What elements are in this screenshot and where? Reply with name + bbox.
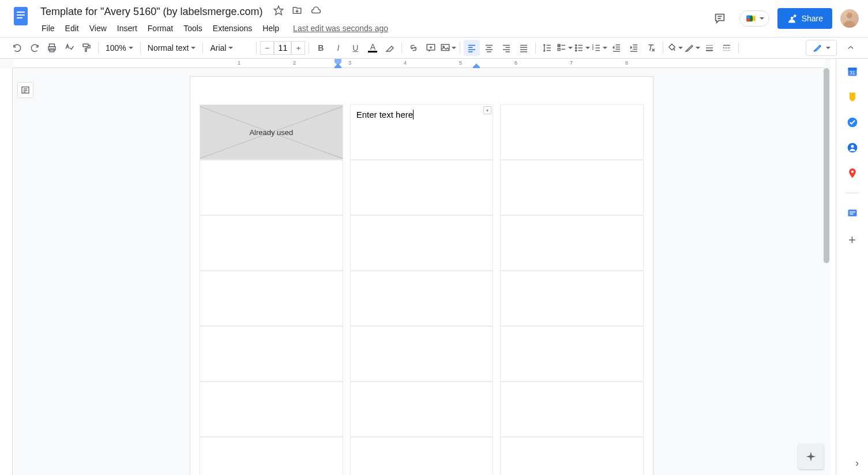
label-cell[interactable] (200, 271, 343, 326)
document-page[interactable]: Already used Enter text here ▾ (190, 76, 653, 475)
undo-button[interactable] (9, 40, 25, 56)
chevron-down-icon (228, 47, 233, 49)
font-select[interactable]: Arial (206, 40, 253, 56)
align-justify-button[interactable] (516, 40, 532, 56)
align-center-button[interactable] (481, 40, 497, 56)
menu-insert[interactable]: Insert (112, 21, 142, 35)
text-color-button[interactable]: A (365, 40, 381, 56)
fontsize-increase[interactable]: + (291, 41, 305, 55)
tasks-icon[interactable] (847, 117, 858, 128)
bold-button[interactable]: B (313, 40, 329, 56)
label-cell[interactable] (500, 437, 644, 475)
menu-format[interactable]: Format (143, 21, 178, 35)
border-width-button[interactable] (701, 40, 717, 56)
outdent-button[interactable] (608, 40, 625, 56)
align-left-button[interactable] (464, 40, 480, 56)
vertical-ruler[interactable] (0, 68, 13, 475)
style-select[interactable]: Normal text (144, 40, 200, 56)
explore-button[interactable] (798, 444, 824, 469)
label-cell[interactable] (500, 326, 644, 382)
label-cell[interactable] (200, 382, 343, 437)
label-cell[interactable] (350, 215, 494, 271)
paint-format-button[interactable] (78, 40, 95, 56)
label-cell-active[interactable]: Enter text here ▾ (350, 104, 494, 160)
label-cell[interactable] (200, 215, 343, 271)
label-cell[interactable] (500, 160, 644, 215)
clear-format-button[interactable] (643, 40, 659, 56)
label-cell[interactable] (350, 326, 494, 382)
zoom-select[interactable]: 100% (102, 40, 137, 56)
bullet-list-button[interactable] (574, 40, 590, 56)
menu-file[interactable]: File (37, 21, 59, 35)
menu-tools[interactable]: Tools (179, 21, 207, 35)
hide-toolbar-button[interactable] (843, 40, 859, 56)
svg-marker-75 (335, 63, 341, 68)
svg-point-83 (851, 145, 854, 148)
fontsize-input[interactable] (274, 41, 291, 55)
menu-edit[interactable]: Edit (61, 21, 84, 35)
move-icon[interactable] (292, 5, 302, 18)
share-button[interactable]: Share (777, 8, 832, 29)
border-dash-button[interactable] (719, 40, 735, 56)
meet-button[interactable] (739, 10, 769, 27)
svg-rect-87 (850, 214, 854, 215)
checklist-button[interactable] (557, 40, 573, 56)
redo-button[interactable] (27, 40, 43, 56)
numbered-list-button[interactable]: 12 (591, 40, 607, 56)
print-button[interactable] (44, 40, 60, 56)
label-cell[interactable] (350, 160, 494, 215)
label-cell[interactable] (500, 215, 644, 271)
label-cell[interactable] (500, 104, 644, 160)
maps-icon[interactable] (847, 167, 858, 179)
label-cell[interactable] (350, 271, 494, 326)
horizontal-ruler[interactable]: 1 2 3 4 5 6 7 8 (13, 59, 825, 68)
fill-color-button[interactable] (667, 40, 683, 56)
menu-view[interactable]: View (85, 21, 111, 35)
editing-mode-button[interactable] (806, 40, 837, 56)
label-cell[interactable] (200, 437, 343, 475)
calendar-icon[interactable]: 31 (847, 66, 858, 77)
underline-button[interactable]: U (347, 40, 363, 56)
line-spacing-button[interactable] (539, 40, 555, 56)
label-cell[interactable] (200, 160, 343, 215)
scrollbar-thumb[interactable] (824, 68, 829, 263)
collapse-sidepanel-button[interactable]: › (855, 457, 859, 469)
svg-rect-86 (850, 212, 855, 213)
highlight-button[interactable] (382, 40, 398, 56)
spellcheck-button[interactable] (61, 40, 77, 56)
italic-button[interactable]: I (330, 40, 346, 56)
svg-rect-85 (848, 210, 856, 216)
star-icon[interactable] (273, 5, 284, 18)
menu-help[interactable]: Help (258, 21, 284, 35)
label-cell[interactable] (500, 382, 644, 437)
last-edit-link[interactable]: Last edit was seconds ago (293, 24, 388, 33)
docs-logo[interactable] (9, 5, 32, 28)
cloud-icon[interactable] (310, 5, 322, 18)
label-cell[interactable] (200, 326, 343, 382)
indent-button[interactable] (626, 40, 642, 56)
addon-icon[interactable] (847, 207, 858, 219)
cell-options-button[interactable]: ▾ (483, 106, 491, 114)
svg-point-47 (576, 50, 577, 51)
comments-icon[interactable] (708, 7, 731, 30)
label-cell[interactable] (500, 271, 644, 326)
keep-icon[interactable] (847, 91, 858, 103)
label-cell[interactable] (350, 382, 494, 437)
align-right-button[interactable] (498, 40, 514, 56)
side-panel: 31 + › (836, 59, 868, 475)
menu-extensions[interactable]: Extensions (208, 21, 257, 35)
chevron-down-icon (129, 47, 133, 49)
account-avatar[interactable] (840, 9, 859, 28)
label-cell[interactable] (350, 437, 494, 475)
link-button[interactable] (405, 40, 422, 56)
outline-toggle[interactable] (17, 82, 33, 98)
fontsize-decrease[interactable]: − (260, 41, 274, 55)
border-color-button[interactable] (684, 40, 700, 56)
contacts-icon[interactable] (847, 142, 858, 154)
label-cell-used[interactable]: Already used (200, 104, 343, 160)
comment-add-button[interactable] (423, 40, 439, 56)
doc-title[interactable]: Template for "Avery 5160" (by labelsmerg… (37, 5, 266, 19)
vertical-scrollbar[interactable] (822, 68, 831, 475)
get-addons-button[interactable]: + (848, 233, 856, 248)
image-button[interactable] (440, 40, 456, 56)
